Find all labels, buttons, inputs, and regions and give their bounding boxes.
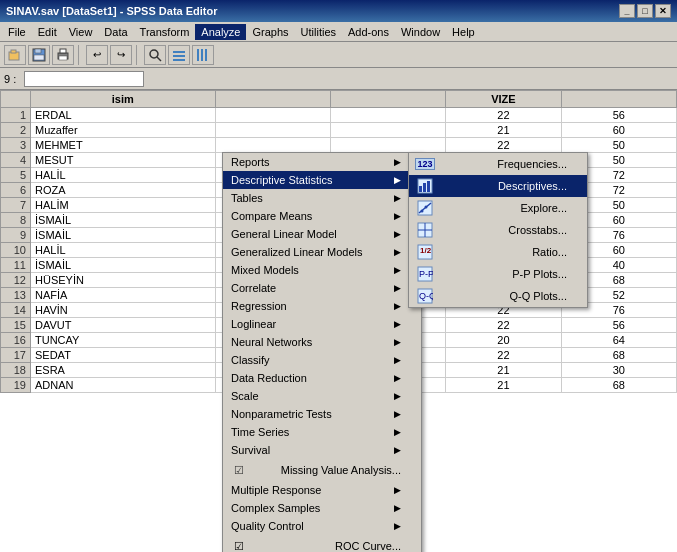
menu-view[interactable]: View [63,24,99,40]
cell-vize[interactable]: 20 [446,333,561,348]
cell-name[interactable]: HALİL [31,243,216,258]
col-header-c2[interactable] [330,91,445,108]
cell-c3[interactable]: 56 [561,318,676,333]
menu-edit[interactable]: Edit [32,24,63,40]
cell-c3[interactable]: 68 [561,348,676,363]
print-button[interactable] [52,45,74,65]
window-controls[interactable]: _ □ ✕ [619,4,671,18]
cell-name[interactable]: ROZA [31,183,216,198]
desc-pp-plots[interactable]: P-P P-P Plots... [409,263,587,285]
cell-c3[interactable]: 64 [561,333,676,348]
desc-explore[interactable]: Explore... [409,197,587,219]
menu-data[interactable]: Data [98,24,133,40]
analyze-missing-value[interactable]: ☑ Missing Value Analysis... [223,459,421,481]
cell-name[interactable]: HALİM [31,198,216,213]
cell-name[interactable]: MESUT [31,153,216,168]
cell-vize[interactable]: 22 [446,138,561,153]
menu-file[interactable]: File [2,24,32,40]
analyze-survival[interactable]: Survival ▶ [223,441,421,459]
cell-vize[interactable]: 21 [446,123,561,138]
insert-case-button[interactable] [168,45,190,65]
analyze-loglinear[interactable]: Loglinear ▶ [223,315,421,333]
cell-c3[interactable]: 56 [561,108,676,123]
desc-qq-plots[interactable]: Q-Q Q-Q Plots... [409,285,587,307]
menu-transform[interactable]: Transform [134,24,196,40]
cell-vize[interactable]: 22 [446,318,561,333]
desc-stats-dropdown[interactable]: 123 Frequencies... Descriptives... [408,152,588,308]
analyze-roc-curve[interactable]: ☑ ROC Curve... [223,535,421,552]
cell-name[interactable]: TUNCAY [31,333,216,348]
desc-crosstabs[interactable]: Crosstabs... [409,219,587,241]
cell-c1[interactable] [215,108,330,123]
cell-name[interactable]: SEDAT [31,348,216,363]
analyze-quality-control[interactable]: Quality Control ▶ [223,517,421,535]
var-input[interactable] [24,71,144,87]
cell-name[interactable]: HÜSEYİN [31,273,216,288]
analyze-gen-linear[interactable]: Generalized Linear Models ▶ [223,243,421,261]
menu-addons[interactable]: Add-ons [342,24,395,40]
analyze-mixed[interactable]: Mixed Models ▶ [223,261,421,279]
analyze-correlate[interactable]: Correlate ▶ [223,279,421,297]
cell-name[interactable]: MEHMET [31,138,216,153]
cell-c3[interactable]: 50 [561,138,676,153]
cell-c1[interactable] [215,138,330,153]
analyze-tables[interactable]: Tables ▶ [223,189,421,207]
cell-vize[interactable]: 22 [446,108,561,123]
analyze-regression[interactable]: Regression ▶ [223,297,421,315]
cell-name[interactable]: Muzaffer [31,123,216,138]
col-header-c1[interactable] [215,91,330,108]
analyze-desc-stats[interactable]: Descriptive Statistics ▶ [223,171,421,189]
redo-button[interactable]: ↪ [110,45,132,65]
cell-c2[interactable] [330,123,445,138]
cell-vize[interactable]: 21 [446,378,561,393]
cell-vize[interactable]: 21 [446,363,561,378]
analyze-glm[interactable]: General Linear Model ▶ [223,225,421,243]
cell-name[interactable]: İSMAİL [31,258,216,273]
save-button[interactable] [28,45,50,65]
analyze-dropdown[interactable]: Reports ▶ Descriptive Statistics ▶ Table… [222,152,422,552]
menu-analyze[interactable]: Analyze [195,24,246,40]
cell-vize[interactable]: 22 [446,348,561,363]
insert-var-button[interactable] [192,45,214,65]
close-button[interactable]: ✕ [655,4,671,18]
cell-c3[interactable]: 68 [561,378,676,393]
cell-name[interactable]: NAFİA [31,288,216,303]
menu-window[interactable]: Window [395,24,446,40]
col-header-c3[interactable] [561,91,676,108]
desc-descriptives[interactable]: Descriptives... [409,175,587,197]
cell-name[interactable]: HALİL [31,168,216,183]
cell-name[interactable]: ESRA [31,363,216,378]
analyze-time-series[interactable]: Time Series ▶ [223,423,421,441]
cell-c3[interactable]: 60 [561,123,676,138]
analyze-classify[interactable]: Classify ▶ [223,351,421,369]
open-button[interactable] [4,45,26,65]
undo-button[interactable]: ↩ [86,45,108,65]
analyze-neural[interactable]: Neural Networks ▶ [223,333,421,351]
analyze-scale[interactable]: Scale ▶ [223,387,421,405]
cell-c3[interactable]: 30 [561,363,676,378]
analyze-nonparam[interactable]: Nonparametric Tests ▶ [223,405,421,423]
analyze-complex-samples[interactable]: Complex Samples ▶ [223,499,421,517]
menu-help[interactable]: Help [446,24,481,40]
desc-ratio[interactable]: 1/2 Ratio... [409,241,587,263]
cell-name[interactable]: İSMAİL [31,213,216,228]
cell-c2[interactable] [330,108,445,123]
cell-name[interactable]: DAVUT [31,318,216,333]
analyze-compare-means[interactable]: Compare Means ▶ [223,207,421,225]
cell-name[interactable]: HAVİN [31,303,216,318]
cell-name[interactable]: ERDAL [31,108,216,123]
col-header-isim[interactable]: isim [31,91,216,108]
menu-utilities[interactable]: Utilities [295,24,342,40]
analyze-multiple-response[interactable]: Multiple Response ▶ [223,481,421,499]
find-button[interactable] [144,45,166,65]
cell-name[interactable]: ADNAN [31,378,216,393]
cell-c1[interactable] [215,123,330,138]
analyze-reports[interactable]: Reports ▶ [223,153,421,171]
col-header-vize[interactable]: VIZE [446,91,561,108]
maximize-button[interactable]: □ [637,4,653,18]
desc-frequencies[interactable]: 123 Frequencies... [409,153,587,175]
minimize-button[interactable]: _ [619,4,635,18]
menu-graphs[interactable]: Graphs [246,24,294,40]
analyze-data-reduction[interactable]: Data Reduction ▶ [223,369,421,387]
cell-name[interactable]: İSMAİL [31,228,216,243]
